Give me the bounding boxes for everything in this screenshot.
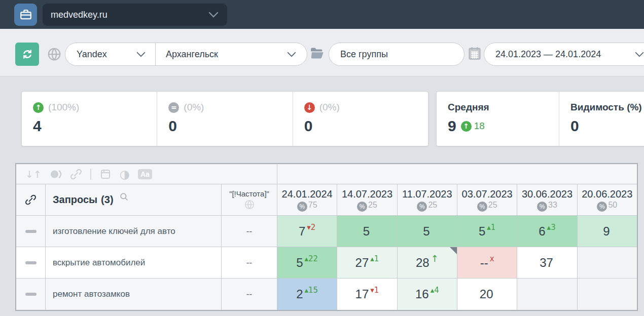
- percent-icon: %: [297, 202, 307, 212]
- position-cell[interactable]: 6▴3: [517, 216, 577, 247]
- average-value: 9: [448, 117, 456, 135]
- projects-home-button[interactable]: [14, 4, 37, 26]
- region-select[interactable]: Архангельск: [156, 43, 307, 65]
- query-text: ремонт автозамков: [53, 289, 130, 299]
- chevron-down-icon: [634, 51, 644, 58]
- table-view-icon[interactable]: [99, 168, 112, 180]
- down-percent: (0%): [319, 102, 340, 113]
- position-change: x: [490, 254, 494, 263]
- position-cell[interactable]: 5▴1: [457, 216, 517, 247]
- position-value: 28: [416, 256, 430, 270]
- column-percent: 33: [548, 201, 557, 210]
- calendar-button[interactable]: [468, 46, 481, 61]
- engine-region-select-group: Yandex Архангельск: [65, 43, 307, 66]
- query-cell[interactable]: ремонт автозамков: [46, 279, 222, 310]
- header-date-cell[interactable]: 14.07.2023 %25: [337, 184, 397, 215]
- groups-filter-input[interactable]: Все группы: [329, 43, 464, 66]
- chevron-down-icon: [136, 51, 146, 58]
- row-status-cell[interactable]: [16, 216, 46, 247]
- position-cell[interactable]: 5: [337, 216, 397, 247]
- project-name: medvedkey.ru: [51, 10, 208, 20]
- down-count: 0: [304, 117, 417, 135]
- refresh-icon: [21, 48, 33, 60]
- position-cell[interactable]: 9: [578, 216, 637, 247]
- position-cell[interactable]: 5▴22: [277, 247, 337, 278]
- position-cell[interactable]: [578, 247, 637, 278]
- position-value: 5: [479, 224, 485, 239]
- position-cell[interactable]: 20: [457, 279, 517, 310]
- link-icon[interactable]: [70, 168, 82, 180]
- header-queries-cell[interactable]: Запросы (3): [46, 184, 222, 215]
- frequency-cell: --: [222, 247, 277, 278]
- position-value: 6: [539, 224, 545, 239]
- table-toolbar-spacer: [277, 164, 637, 184]
- position-cell[interactable]: 37: [517, 247, 577, 278]
- filter-bar: Yandex Архангельск Все группы: [0, 29, 644, 76]
- calendar-icon: [468, 46, 481, 61]
- sort-icon[interactable]: ↓↑: [25, 169, 42, 180]
- theme-moon-icon[interactable]: [50, 168, 62, 180]
- refresh-button[interactable]: [15, 43, 39, 66]
- link-icon: [25, 194, 37, 206]
- position-cell[interactable]: 5: [398, 216, 457, 247]
- header-date-cell[interactable]: 03.07.2023 %25: [457, 184, 517, 215]
- position-change: ▾2: [307, 223, 315, 232]
- header-frequency-cell[interactable]: "[!Частота]": [222, 184, 277, 215]
- query-cell[interactable]: изготовление ключей для авто: [46, 216, 222, 247]
- search-icon[interactable]: [119, 192, 129, 202]
- font-size-icon[interactable]: Aa: [138, 169, 152, 179]
- groups-filter-value: Все группы: [340, 49, 388, 60]
- position-change: ▾1: [370, 286, 379, 295]
- position-value: 5: [363, 224, 370, 239]
- search-engine-select[interactable]: Yandex: [65, 43, 156, 65]
- percent-icon: %: [477, 202, 487, 212]
- date-range-value: 24.01.2023 — 24.01.2024: [495, 49, 634, 60]
- flat-count: 0: [168, 117, 281, 135]
- column-percent: 50: [608, 201, 617, 210]
- table-toolbar-row: ↓↑ ◑ Aa: [16, 164, 637, 184]
- query-cell[interactable]: вскрытие автомобилей: [46, 247, 222, 278]
- position-cell[interactable]: 7▾2: [277, 216, 337, 247]
- position-cell[interactable]: 27▴1: [337, 247, 397, 278]
- header-date-cell[interactable]: 30.06.2023 %33: [517, 184, 577, 215]
- header-date-cell[interactable]: 24.01.2024 %75: [277, 184, 337, 215]
- position-cell[interactable]: --x: [457, 247, 517, 278]
- up-circle-icon: ↑: [33, 102, 44, 113]
- briefcase-icon: [19, 8, 32, 21]
- position-change: ▴1: [487, 223, 495, 232]
- position-cell[interactable]: 2▴15: [277, 279, 337, 310]
- column-date: 30.06.2023: [522, 188, 573, 200]
- position-value: 17: [355, 287, 369, 301]
- header-date-cell[interactable]: 20.06.2023 %50: [578, 184, 637, 215]
- table-row: изготовление ключей для авто -- 7▾2 5 5 …: [16, 216, 637, 247]
- stat-card-visibility: Видимость (%) 0: [559, 92, 644, 146]
- search-engine-globe-button[interactable]: [47, 47, 62, 62]
- down-circle-icon: ↓: [304, 102, 315, 113]
- column-date: 14.07.2023: [342, 188, 392, 200]
- contrast-icon[interactable]: ◑: [120, 168, 130, 181]
- position-cell-with-note[interactable]: 28↑: [398, 247, 457, 278]
- position-change: ▴15: [305, 286, 318, 295]
- header-date-cell[interactable]: 11.07.2023 %25: [398, 184, 457, 215]
- project-selector[interactable]: medvedkey.ru: [43, 4, 227, 26]
- average-label: Средняя: [448, 102, 489, 113]
- up-count: 4: [33, 117, 146, 135]
- column-percent: 25: [368, 201, 377, 210]
- groups-folder-button[interactable]: [310, 47, 325, 59]
- stat-card-up: ↑ (100%) 4: [22, 92, 157, 146]
- stat-card-average: Средняя 9 ↑ 18: [437, 92, 559, 146]
- position-cell[interactable]: 17▾1: [337, 279, 397, 310]
- position-cell[interactable]: 16▴4: [398, 279, 457, 310]
- frequency-value: --: [246, 226, 252, 236]
- row-status-cell[interactable]: [16, 279, 46, 310]
- header-link-cell[interactable]: [16, 184, 46, 215]
- column-date: 11.07.2023: [402, 188, 452, 200]
- visibility-value: 0: [570, 117, 642, 135]
- stat-card-flat: = (0%) 0: [157, 92, 293, 146]
- date-range-select[interactable]: 24.01.2023 — 24.01.2024: [484, 43, 644, 66]
- stat-card-down: ↓ (0%) 0: [293, 92, 428, 146]
- position-cell[interactable]: [517, 279, 577, 310]
- column-date: 03.07.2023: [462, 188, 513, 200]
- row-status-cell[interactable]: [16, 247, 46, 278]
- position-cell[interactable]: [578, 279, 637, 310]
